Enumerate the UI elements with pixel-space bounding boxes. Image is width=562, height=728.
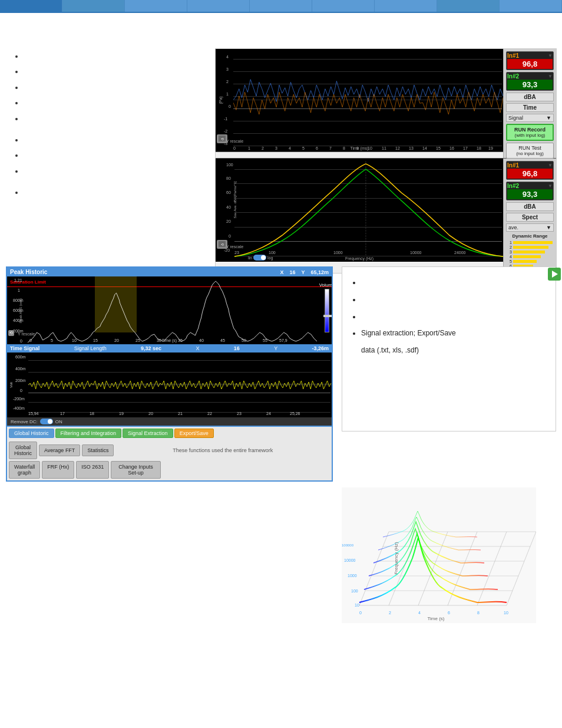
nav-tab-6[interactable] [312,0,375,12]
btn-statistics[interactable]: Statistics [82,444,114,456]
tab-export-save[interactable]: Export/Save [174,429,214,438]
nav-tab-3[interactable] [125,0,187,12]
freq-x-axis-label: Frequency (Hz) [345,256,373,261]
run-record-button[interactable]: RUN Record (with input log) [506,124,554,141]
freq-y-rescale-label: Y rescale [226,245,243,249]
signal-dropdown-icon: ▼ [546,115,551,121]
play-button[interactable] [548,268,561,281]
channel1-badge: In#1 ▼ 96,8 [506,51,554,70]
channel2-dropdown-icon[interactable]: ▼ [548,74,553,79]
peak-coords: X 16 Y 65,12m [280,269,329,275]
freq-channel2-value: 93,3 [507,189,553,199]
btn-waterfall-graph[interactable]: Waterfallgraph [9,461,40,479]
right-bullet-1 [361,274,548,291]
volume-handle[interactable] [323,315,332,317]
svg-text:⟲: ⟲ [221,137,224,141]
freq-channel1-label: In#1 [507,162,519,169]
nav-tab-9[interactable] [500,0,562,12]
freq-channel1-dropdown-icon[interactable]: ▼ [548,163,553,168]
freq-unit-selector[interactable]: dBA [506,202,554,211]
analyzer-panel: (Pa) 4 3 2 1 0 -1 -2 -3 [215,48,557,274]
freq-channel2-label: In#2 [507,183,519,189]
nav-tab-5[interactable] [250,0,312,12]
btn-average-fft[interactable]: Average FFT [39,444,80,456]
spect-mode-selector[interactable]: Spect [506,213,554,222]
nav-tab-1[interactable] [0,0,62,12]
svg-text:6: 6 [448,611,450,615]
freq-channel1-badge: In#1 ▼ 96,8 [506,161,554,180]
svg-text:10000: 10000 [344,558,356,562]
channel1-label: In#1 [507,52,519,59]
ave-dropdown-icon: ▼ [546,225,551,230]
channel1-dropdown-icon[interactable]: ▼ [548,53,553,58]
freq-chart-controls: In#1 ▼ 96,8 In#2 ▼ 93,3 dBA Spect [503,159,556,273]
time-y-tick-4: 4 [226,55,229,59]
on-label: ON [55,419,62,424]
lin-log-toggle[interactable]: lin log [248,255,273,261]
svg-text:100000: 100000 [342,543,354,547]
ts-y-value: -3,26m [312,345,329,351]
btn-frf[interactable]: FRF (Hx) [42,461,74,479]
mode-selector[interactable]: Time [506,103,554,112]
run-test-button[interactable]: RUN Test (no input log) [506,143,554,159]
right-bullet-2 [361,291,548,308]
peak-chart: Saturation Limit Peak ABS (volt) 1,21 1 … [7,276,332,344]
peak-historic-header: Peak Historic X 16 Y 65,12m [7,268,332,276]
dyn-bar-3 [513,251,545,253]
right-bullet-panel: Signal extraction; Export/Savedata (.txt… [342,266,556,431]
left-bullet-4 [24,95,206,110]
left-bullet-8 [24,163,206,179]
left-bullet-5 [24,111,206,126]
nav-tab-4[interactable] [187,0,250,12]
nav-tab-8[interactable] [437,0,500,12]
time-y-tick-n2: -2 [224,129,227,133]
signal-length-label: Signal Length [74,345,107,351]
left-bullet-6 [24,132,206,147]
freq-channel2-dropdown-icon[interactable]: ▼ [548,183,553,189]
signal-selector[interactable]: Signal ▼ [506,114,554,122]
waterfall-3d-svg: Frequency (Hz) Time (s) 10 100 1000 1000… [342,487,536,623]
play-icon [552,271,558,278]
svg-text:Time (s): Time (s) [427,616,444,621]
time-signal-title: Time Signal [10,345,39,351]
unit-selector[interactable]: dBA [506,93,554,101]
svg-text:1000: 1000 [348,574,357,578]
svg-text:4: 4 [418,611,421,615]
analysis-functions: Global Historic Filtering and Integratio… [7,426,332,480]
remove-dc-label: Remove DC: [11,419,38,424]
run-record-label: RUN Record [508,127,551,133]
channel2-label: In#2 [507,73,519,80]
ave-label: ave. [508,225,518,230]
time-x-axis-label: Time (ms) [350,146,368,150]
tab-signal-extraction[interactable]: Signal Extraction [123,429,173,438]
time-chart-controls: In#1 ▼ 96,8 In#2 ▼ 93,3 dBA Time [503,49,556,158]
peak-y-rescale-button[interactable]: ⟲ [8,330,14,336]
tab-global-historic[interactable]: Global Historic [9,429,54,438]
freq-domain-chart: Sav Ave. dBA[Pa/ms^1] 100 80 60 40 20 0 … [216,159,503,262]
toggle-knob-icon [48,419,52,424]
left-bullet-1 [24,48,206,64]
volume-control[interactable]: Volume [323,282,330,332]
remove-dc-toggle[interactable] [40,419,53,424]
ave-selector[interactable]: ave. ▼ [506,223,554,232]
peak-x-label: X [280,269,283,275]
btn-iso2631[interactable]: ISO 2631 [76,461,109,479]
ts-x-value: 16 [234,345,240,351]
time-y-tick-0: 0 [229,104,231,108]
ts-y-axis-label: Volt [9,382,13,388]
svg-text:0: 0 [359,611,362,615]
tab-filtering[interactable]: Filtering and Integration [55,429,122,438]
ts-signal-svg [28,353,332,417]
time-signal-chart: Volt 600m 400m 200m 0 -200m -400m [7,353,332,417]
nav-tab-7[interactable] [375,0,437,12]
peak-signal-svg [28,276,317,344]
right-bullets: Signal extraction; Export/Savedata (.txt… [349,274,548,359]
run-test-sub: (no input log) [508,151,552,156]
nav-tab-2[interactable] [62,0,125,12]
freq-channel1-value: 96,8 [507,169,553,179]
volume-bar [325,289,329,332]
btn-global-historic[interactable]: GlobalHistoric [9,442,37,459]
btn-change-inputs[interactable]: Change InputsSet-up [111,461,161,479]
left-bullet-7 [24,147,206,163]
analysis-buttons-row2: Waterfallgraph FRF (Hx) ISO 2631 Change … [7,461,332,480]
